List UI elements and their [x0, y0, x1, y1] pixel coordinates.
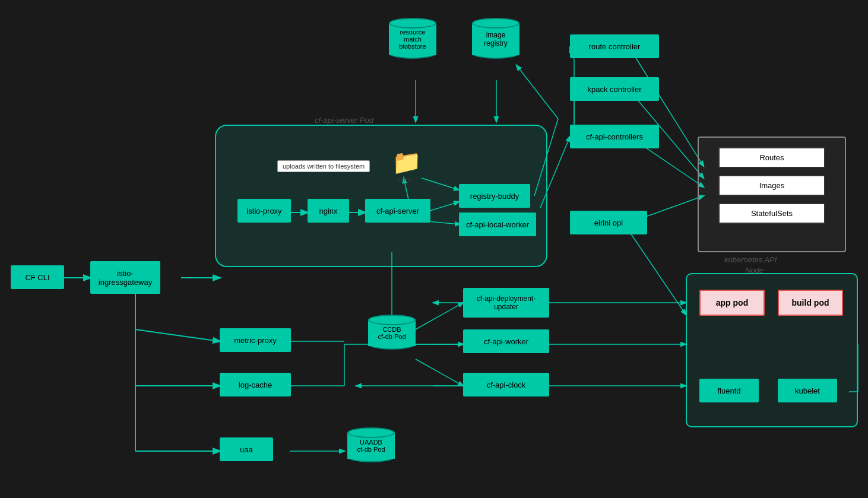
cf-api-server-pod-label: cf-api-server Pod: [315, 116, 373, 125]
svg-line-26: [629, 231, 686, 315]
uaadb-cylinder: UAADB cf-db Pod: [344, 427, 398, 462]
eirini-opi-box: eirini opi: [570, 211, 647, 234]
svg-line-15: [517, 65, 558, 119]
statefulsets-box: StatefulSets: [718, 203, 825, 224]
node-label: Node: [745, 266, 764, 275]
app-pod-box: app pod: [699, 290, 765, 316]
uploads-tooltip: uploads written to filesystem: [277, 160, 370, 172]
istio-proxy-box: istio-proxy: [237, 199, 291, 223]
kpack-controller-box: kpack controller: [570, 77, 659, 101]
kubelet-box: kubelet: [778, 379, 837, 402]
uaa-box: uaa: [220, 437, 273, 461]
metric-proxy-box: metric-proxy: [220, 328, 291, 352]
svg-line-3: [135, 329, 220, 341]
cf-api-controllers-box: cf-api-controllers: [570, 125, 659, 148]
cf-api-deployment-updater-box: cf-api-deployment- updater: [463, 288, 549, 318]
tmp-label: /tmp/: [397, 175, 414, 184]
image-registry-cylinder: image registry: [469, 18, 522, 59]
istio-ingressgateway-box: istio- ingressgateway: [90, 261, 160, 294]
ccdb-cylinder: CCDB cf-db Pod: [365, 315, 419, 350]
svg-line-19: [416, 303, 463, 329]
svg-line-21: [416, 359, 463, 386]
resource-match-blobstore-cylinder: resource match blobstore: [386, 18, 439, 59]
build-pod-box: build pod: [778, 290, 843, 316]
folder-icon: 📁: [392, 148, 422, 176]
registry-buddy-box: registry-buddy: [459, 184, 530, 208]
cf-api-server-box: cf-api-server: [365, 199, 430, 223]
nginx-box: nginx: [308, 199, 349, 223]
kubernetes-api-label: kubernetes API: [724, 255, 777, 264]
route-controller-box: route controller: [570, 34, 659, 58]
images-box: Images: [718, 175, 825, 196]
routes-box: Routes: [718, 147, 825, 168]
cf-api-clock-box: cf-api-clock: [463, 373, 549, 397]
log-cache-box: log-cache: [220, 373, 291, 397]
diagram: CF CLI istio- ingressgateway cf-api-serv…: [0, 0, 868, 498]
cf-api-worker-box: cf-api-worker: [463, 329, 549, 353]
cf-cli-box: CF CLI: [11, 265, 64, 289]
svg-line-22: [629, 47, 704, 166]
fluentd-box: fluentd: [699, 379, 759, 402]
cf-api-local-worker-box: cf-api-local-worker: [459, 212, 536, 236]
